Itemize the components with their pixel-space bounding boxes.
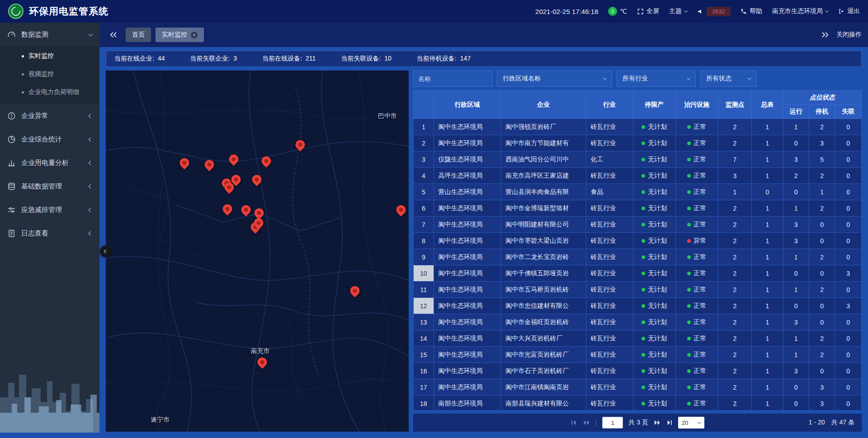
facility-status-dot <box>687 369 691 373</box>
table-row[interactable]: 4 高坪生态环境局 南充市高坪区王家店建 砖瓦行业 无计划 正常 3 1 2 <box>414 168 862 184</box>
tabs-scroll-right-button[interactable] <box>817 28 833 42</box>
first-page-button[interactable] <box>571 419 577 426</box>
sidebar-item-power-load-detail[interactable]: 企业电力负荷明细 <box>0 83 99 101</box>
control-status-dot <box>642 320 645 324</box>
table-row[interactable]: 6 阆中生态环境局 阆中市金博瑞新型墙材 砖瓦行业 无计划 正常 2 1 1 <box>414 200 862 217</box>
table-row[interactable]: 18 南部生态环境局 南部县瑞兴建材有限公 砖瓦行业 无计划 正常 2 1 0 <box>414 396 862 410</box>
sidebar-group-company-abnormal[interactable]: 企业异常 <box>0 104 99 127</box>
theme-dropdown[interactable]: 主题 <box>669 7 687 15</box>
table-row[interactable]: 15 阆中生态环境局 阆中市光富页岩机砖厂 砖瓦行业 无计划 正常 2 1 1 <box>414 347 862 363</box>
row-stopped: 2 <box>809 119 835 135</box>
control-status-dot <box>642 402 645 405</box>
row-meters: 1 <box>752 265 783 282</box>
row-index: 9 <box>414 249 434 265</box>
status-filter-select[interactable]: 所有状态 <box>700 71 757 87</box>
table-row[interactable]: 3 仪陇生态环境局 西南油气田分公司川中 化工 无计划 正常 7 1 3 <box>414 151 862 168</box>
stat-stopped-devices: 当前停机设备:147 <box>417 55 471 63</box>
row-points: 2 <box>718 265 751 282</box>
row-company: 阆中大兴页岩机砖厂 <box>501 330 586 347</box>
record-total: 共 47 条 <box>831 419 854 427</box>
stat-online-companies: 当前在线企业:44 <box>114 55 165 63</box>
organization-dropdown[interactable]: 南充市生态环境局 <box>772 7 828 15</box>
warning-circle-icon <box>7 112 16 120</box>
row-meters: 1 <box>752 330 783 347</box>
table-row[interactable]: 16 阆中生态环境局 阆中市石子页岩机砖厂 砖瓦行业 无计划 正常 2 1 3 <box>414 363 862 379</box>
tab-close-icon[interactable]: × <box>191 32 198 38</box>
logout-button[interactable]: 退出 <box>838 7 860 15</box>
table-row[interactable]: 17 阆中生态环境局 阆中市江南镇阆南页岩 砖瓦行业 无计划 正常 2 1 0 <box>414 379 862 396</box>
row-industry: 砖瓦行业 <box>586 135 633 151</box>
tab-home[interactable]: 首页 <box>126 28 151 42</box>
col-facility: 治污设施 <box>675 91 718 119</box>
control-status-dot <box>642 337 645 340</box>
sidebar-item-video-monitor[interactable]: 视频监控 <box>0 65 99 83</box>
sidebar-group-company-statistics[interactable]: 企业综合统计 <box>0 127 99 151</box>
map-collapse-button[interactable] <box>100 245 112 257</box>
table-row[interactable]: 14 阆中生态环境局 阆中大兴页岩机砖厂 砖瓦行业 无计划 正常 2 1 1 <box>414 330 862 347</box>
row-region: 阆中生态环境局 <box>434 379 501 396</box>
row-index: 2 <box>414 135 434 151</box>
row-control-status: 无计划 <box>633 184 675 200</box>
help-button[interactable]: 帮助 <box>741 7 762 15</box>
row-region: 阆中生态环境局 <box>434 347 501 363</box>
facility-status-dot <box>687 402 691 405</box>
row-facility-status: 正常 <box>675 282 718 298</box>
row-control-status: 无计划 <box>633 282 675 298</box>
region-filter-select[interactable]: 行政区域名称 <box>497 71 612 87</box>
control-status-dot <box>642 141 645 145</box>
row-index: 18 <box>414 396 434 410</box>
row-index: 4 <box>414 168 434 184</box>
table-row[interactable]: 2 阆中生态环境局 阆中市南方节能建材有 砖瓦行业 无计划 正常 2 1 0 <box>414 135 862 151</box>
row-region: 阆中生态环境局 <box>434 314 501 330</box>
row-running: 1 <box>783 347 809 363</box>
next-page-button[interactable] <box>654 419 661 426</box>
sidebar-item-realtime-monitor[interactable]: 实时监控 <box>0 47 99 65</box>
row-facility-status: 正常 <box>675 363 718 379</box>
row-meters: 1 <box>752 363 783 379</box>
page-size-select[interactable]: 20 <box>678 417 704 429</box>
facility-status-dot <box>687 353 691 357</box>
sidebar-group-emergency-reduction[interactable]: 应急减排管理 <box>0 198 99 221</box>
app-root: 环保用电监管系统 2021-02-25 17:46:18 0 ℃ 全屏 主题 <box>0 0 868 438</box>
table-row[interactable]: 10 阆中生态环境局 阆中千佛镇五郎垭页岩 砖瓦行业 无计划 正常 2 1 0 <box>414 265 862 282</box>
tab-realtime-monitor[interactable]: 实时监控 × <box>156 28 204 42</box>
table-row[interactable]: 1 阆中生态环境局 阆中强锐页岩砖厂 砖瓦行业 无计划 正常 2 1 1 <box>414 119 862 135</box>
row-running: 1 <box>783 200 809 217</box>
sidebar-group-log-view[interactable]: 日志查看 <box>0 221 99 245</box>
table-row[interactable]: 11 阆中生态环境局 阆中市五马桥页岩机砖 砖瓦行业 无计划 正常 2 1 1 <box>414 282 862 298</box>
chevron-left-icon <box>89 137 93 141</box>
industry-filter-select[interactable]: 所有行业 <box>617 71 696 87</box>
table-row[interactable]: 8 阆中生态环境局 阆中市枣碧大梁山页岩 砖瓦行业 无计划 异常 2 1 3 <box>414 233 862 249</box>
temperature-display: 0 ℃ <box>608 7 627 16</box>
table-row[interactable]: 5 营山生态环境局 营山县润丰肉食品有限 食品 无计划 正常 1 0 0 <box>414 184 862 200</box>
name-filter-input[interactable] <box>413 71 492 87</box>
tabs-scroll-left-button[interactable] <box>106 28 121 42</box>
fullscreen-button[interactable]: 全屏 <box>637 7 659 15</box>
notice-group[interactable]: 2632 <box>697 7 731 16</box>
row-offline: 0 <box>835 135 862 151</box>
control-status-dot <box>642 288 645 292</box>
sidebar-group-power-analysis[interactable]: 企业用电量分析 <box>0 151 99 174</box>
table-row[interactable]: 13 阆中生态环境局 阆中市金福旺页岩机砖 砖瓦行业 无计划 正常 2 1 3 <box>414 314 862 330</box>
row-company: 阆中市金福旺页岩机砖 <box>501 314 586 330</box>
row-industry: 砖瓦行业 <box>586 168 633 184</box>
logout-icon <box>838 8 844 14</box>
map-canvas[interactable]: 巴中市 南充市 遂宁市 <box>106 71 409 432</box>
close-operations-button[interactable]: 关闭操作 <box>836 31 862 39</box>
table-row[interactable]: 7 阆中生态环境局 阆中明阳建材有限公司 砖瓦行业 无计划 正常 2 1 3 <box>414 217 862 233</box>
prev-page-button[interactable] <box>582 419 590 426</box>
row-meters: 1 <box>752 119 783 135</box>
last-page-button[interactable] <box>666 419 673 426</box>
page-input[interactable] <box>602 417 623 429</box>
organization-name: 南充市生态环境局 <box>772 7 823 15</box>
row-index: 8 <box>414 233 434 249</box>
row-meters: 1 <box>752 298 783 314</box>
sidebar-group-base-data[interactable]: 基础数据管理 <box>0 174 99 198</box>
row-index: 3 <box>414 151 434 168</box>
table-row[interactable]: 9 阆中生态环境局 阆中市二龙长宝页岩砖 砖瓦行业 无计划 正常 2 1 1 <box>414 249 862 265</box>
row-points: 2 <box>718 217 751 233</box>
sidebar-group-data-monitor[interactable]: 数据监测 <box>0 23 99 46</box>
skyline-decoration <box>0 356 99 433</box>
table-body: 1 阆中生态环境局 阆中强锐页岩砖厂 砖瓦行业 无计划 正常 2 1 1 <box>414 119 862 410</box>
table-row[interactable]: 12 阆中生态环境局 阆中市忠信建材有限公 砖瓦行业 无计划 正常 2 1 0 <box>414 298 862 314</box>
